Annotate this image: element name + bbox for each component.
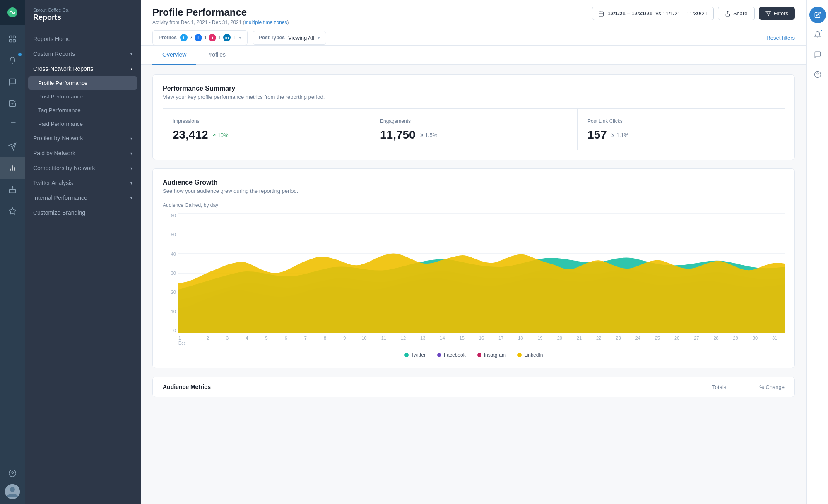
- send-icon-btn[interactable]: [0, 136, 25, 157]
- audience-metrics-label: Audience Metrics: [163, 384, 211, 390]
- sidebar-item-label: Competitors by Network: [33, 165, 95, 171]
- content-area: Performance Summary View your key profil…: [141, 65, 806, 504]
- sidebar-item-paid-by-network[interactable]: Paid by Network ▾: [25, 146, 141, 161]
- arrow-down-icon: [610, 132, 615, 137]
- user-avatar[interactable]: [5, 484, 20, 499]
- notification-icon-btn[interactable]: [0, 50, 25, 71]
- sidebar-item-reports-home[interactable]: Reports Home: [25, 31, 141, 46]
- x-tick-15: 15: [452, 336, 472, 341]
- x-tick-29: 29: [726, 336, 745, 341]
- y-0: 0: [163, 328, 176, 333]
- sidebar: Sprout Coffee Co. Reports Reports Home C…: [25, 0, 141, 504]
- chat-panel-btn[interactable]: [809, 46, 826, 63]
- app-logo[interactable]: [0, 0, 25, 25]
- date-range-button[interactable]: 12/1/21 – 12/31/21 vs 11/1/21 – 11/30/21: [592, 7, 713, 20]
- reset-filters-link[interactable]: Reset filters: [766, 35, 795, 41]
- chart-label: Audience Gained, by day: [163, 202, 785, 208]
- help-panel-btn[interactable]: [809, 66, 826, 83]
- svg-marker-22: [9, 208, 16, 214]
- star-icon-btn[interactable]: [0, 200, 25, 222]
- profiles-filter[interactable]: Profiles t 2 f 1 i 1 in 1 ▾: [152, 30, 248, 45]
- legend-dot-twitter: [404, 353, 409, 357]
- sidebar-item-cross-network[interactable]: Cross-Network Reports ▴: [25, 61, 141, 76]
- legend-label-facebook: Facebook: [444, 352, 466, 358]
- linkedin-count: 1: [233, 35, 236, 41]
- audience-growth-subtitle: See how your audience grew during the re…: [163, 188, 785, 194]
- x-tick-30: 30: [745, 336, 765, 341]
- page-title-block: Profile Performance Activity from Dec 1,…: [152, 7, 289, 25]
- sidebar-sub-item-label: Profile Performance: [38, 80, 87, 86]
- sidebar-item-competitors-by-network[interactable]: Competitors by Network ▾: [25, 161, 141, 175]
- tab-overview[interactable]: Overview: [152, 46, 196, 65]
- chevron-down-icon: ▾: [130, 136, 132, 141]
- x-tick-6: 6: [276, 336, 296, 341]
- edit-icon: [814, 12, 821, 18]
- post-link-clicks-value: 157 1.1%: [587, 128, 775, 142]
- impressions-change: 10%: [212, 132, 229, 138]
- share-label: Share: [733, 10, 748, 17]
- sidebar-sub-item-post-performance[interactable]: Post Performance: [25, 90, 141, 103]
- x-tick-2: 2: [198, 336, 217, 341]
- analytics-icon-btn[interactable]: [0, 157, 25, 179]
- home-icon-btn[interactable]: [0, 28, 25, 50]
- engagements-value: 11,750 1.5%: [380, 128, 567, 142]
- share-icon: [725, 11, 731, 17]
- notification-panel-btn[interactable]: [809, 26, 826, 43]
- sidebar-item-customize-branding[interactable]: Customize Branding: [25, 205, 141, 220]
- sidebar-item-twitter-analysis[interactable]: Twitter Analysis ▾: [25, 175, 141, 190]
- x-tick-1: 1Dec: [178, 336, 198, 346]
- sidebar-item-custom-reports[interactable]: Custom Reports ▾: [25, 46, 141, 61]
- legend-label-instagram: Instagram: [484, 352, 506, 358]
- compose-icon-btn[interactable]: [0, 114, 25, 136]
- chart-x-axis: 1Dec 2 3 4 5 6 7 8 9 10 11 12 13 14 15 1…: [178, 334, 785, 346]
- x-tick-9: 9: [335, 336, 354, 341]
- metric-engagements: Engagements 11,750 1.5%: [370, 109, 578, 150]
- perf-summary-title: Performance Summary: [163, 85, 785, 92]
- sidebar-item-label: Reports Home: [33, 36, 70, 42]
- impressions-label: Impressions: [173, 118, 200, 125]
- messages-icon-btn[interactable]: [0, 71, 25, 93]
- share-button[interactable]: Share: [718, 7, 755, 20]
- x-tick-8: 8: [315, 336, 335, 341]
- tasks-icon-btn[interactable]: [0, 93, 25, 114]
- sidebar-item-profiles-by-network[interactable]: Profiles by Network ▾: [25, 131, 141, 146]
- sidebar-header: Sprout Coffee Co. Reports: [25, 0, 141, 28]
- network-icons: t 2 f 1 i 1 in 1: [180, 34, 236, 41]
- x-tick-16: 16: [472, 336, 491, 341]
- main-header: Profile Performance Activity from Dec 1,…: [141, 0, 806, 46]
- y-30: 30: [163, 271, 176, 276]
- sidebar-item-label: Paid by Network: [33, 150, 75, 156]
- sidebar-sub-item-paid-performance[interactable]: Paid Performance: [25, 117, 141, 131]
- legend-linkedin: LinkedIn: [518, 352, 543, 358]
- header-actions: 12/1/21 – 12/31/21 vs 11/1/21 – 11/30/21…: [592, 7, 795, 20]
- header-top-row: Profile Performance Activity from Dec 1,…: [152, 7, 795, 25]
- bot-icon-btn[interactable]: [0, 179, 25, 200]
- sidebar-sub-item-label: Paid Performance: [38, 121, 83, 127]
- tab-profiles[interactable]: Profiles: [196, 46, 236, 65]
- x-tick-31: 31: [765, 336, 785, 341]
- x-tick-14: 14: [433, 336, 452, 341]
- help-icon-btn[interactable]: [0, 463, 25, 484]
- twitter-count: 2: [190, 35, 193, 41]
- chevron-down-icon: ▾: [130, 151, 132, 156]
- x-tick-23: 23: [609, 336, 628, 341]
- main-content: Profile Performance Activity from Dec 1,…: [141, 0, 806, 504]
- right-panel: [806, 0, 828, 504]
- change-label: % Change: [759, 384, 785, 390]
- question-icon: [814, 71, 821, 78]
- sidebar-item-internal-performance[interactable]: Internal Performance ▾: [25, 190, 141, 205]
- filters-button[interactable]: Filters: [759, 7, 795, 20]
- edit-button[interactable]: [809, 7, 826, 23]
- sidebar-sub-item-profile-performance[interactable]: Profile Performance: [28, 76, 137, 90]
- arrow-down-icon: [419, 132, 424, 137]
- legend-label-twitter: Twitter: [411, 352, 426, 358]
- notif-badge: [820, 29, 823, 32]
- post-types-chevron: ▾: [318, 35, 320, 41]
- post-types-filter[interactable]: Post Types Viewing All ▾: [253, 31, 326, 45]
- sidebar-item-label: Profiles by Network: [33, 135, 83, 142]
- timezone-link[interactable]: multiple time zones: [245, 19, 287, 25]
- sidebar-sub-item-tag-performance[interactable]: Tag Performance: [25, 103, 141, 117]
- sidebar-item-label: Customize Branding: [33, 209, 85, 216]
- vs-date-value: vs 11/1/21 – 11/30/21: [656, 10, 708, 17]
- y-20: 20: [163, 290, 176, 295]
